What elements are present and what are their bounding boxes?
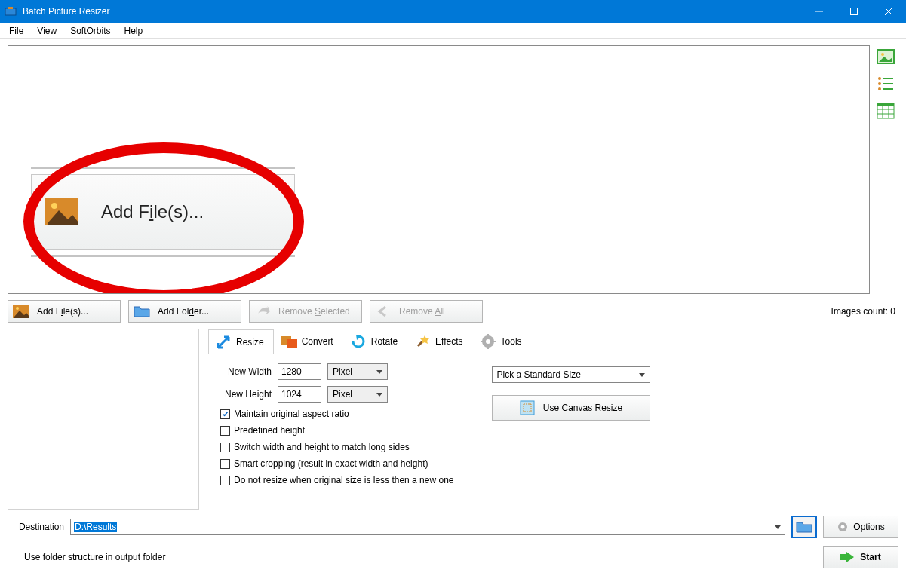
predefined-height-checkbox[interactable]	[220, 426, 230, 436]
close-button[interactable]	[871, 0, 906, 23]
maximize-button[interactable]	[837, 0, 871, 23]
checkbox-label: Switch width and height to match long si…	[234, 442, 410, 452]
canvas-resize-button[interactable]: Use Canvas Resize	[492, 395, 650, 421]
width-label: New Width	[219, 366, 272, 377]
settings-tabs: Resize Convert Rotate Effects Tools	[208, 329, 898, 354]
add-folder-button[interactable]: Add Folder...	[128, 300, 241, 323]
view-details-icon[interactable]	[876, 101, 895, 121]
svg-point-16	[878, 87, 881, 90]
canvas-icon	[519, 400, 536, 416]
svg-point-10	[881, 53, 884, 56]
standard-size-select[interactable]: Pick a Standard Size	[492, 366, 650, 383]
effects-icon	[414, 333, 431, 350]
chevron-down-icon	[639, 373, 645, 377]
svg-point-32	[486, 339, 490, 344]
preview-panel	[8, 329, 199, 510]
svg-rect-28	[287, 339, 297, 348]
tab-tools[interactable]: Tools	[473, 329, 532, 354]
resize-icon	[215, 334, 232, 351]
callout-highlight	[23, 142, 304, 294]
chevron-down-icon	[376, 370, 382, 374]
svg-rect-34	[487, 346, 489, 349]
svg-point-40	[841, 525, 845, 529]
view-mode-icons	[876, 45, 898, 294]
browse-folder-button[interactable]	[791, 516, 817, 538]
svg-rect-36	[493, 341, 496, 342]
svg-rect-13	[883, 78, 893, 79]
tab-effects[interactable]: Effects	[407, 329, 472, 354]
switch-wh-checkbox[interactable]	[220, 443, 230, 452]
remove-all-icon	[375, 305, 392, 318]
add-files-button[interactable]: Add File(s)...	[8, 300, 121, 323]
convert-icon	[281, 333, 297, 350]
width-input[interactable]	[278, 363, 321, 380]
image-icon	[13, 305, 29, 318]
menu-view[interactable]: View	[31, 24, 63, 38]
tab-resize[interactable]: Resize	[208, 329, 274, 354]
checkbox-label: Predefined height	[234, 425, 305, 436]
tab-convert[interactable]: Convert	[274, 329, 343, 354]
remove-selected-button[interactable]: Remove Selected	[249, 300, 362, 323]
image-list-canvas[interactable]: Add File(s)...	[8, 45, 870, 294]
chevron-down-icon[interactable]	[771, 525, 785, 529]
checkbox-label: Do not resize when original size is less…	[234, 475, 454, 485]
height-label: New Height	[219, 389, 272, 400]
menu-softorbits[interactable]: SoftOrbits	[64, 24, 116, 38]
checkbox-label: Smart cropping (result in exact width an…	[234, 458, 428, 469]
button-label: Remove All	[399, 306, 445, 317]
start-button[interactable]: Start	[823, 546, 898, 568]
options-button[interactable]: Options	[823, 516, 898, 538]
button-label: Remove Selected	[278, 306, 350, 317]
folder-icon	[134, 305, 150, 318]
svg-marker-41	[840, 552, 854, 562]
svg-rect-1	[8, 7, 13, 9]
chevron-down-icon	[376, 393, 382, 397]
rotate-icon	[350, 333, 367, 350]
svg-rect-35	[481, 341, 484, 342]
window-controls	[802, 0, 906, 23]
button-label: Add File(s)...	[37, 306, 88, 317]
svg-point-14	[878, 82, 881, 85]
destination-value: D:\Results	[74, 522, 117, 532]
tab-rotate[interactable]: Rotate	[343, 329, 407, 354]
smart-crop-checkbox[interactable]	[220, 459, 230, 469]
view-thumbnails-icon[interactable]	[876, 47, 895, 66]
menubar: File View SoftOrbits Help	[0, 23, 906, 39]
remove-all-button[interactable]: Remove All	[370, 300, 483, 323]
svg-point-25	[16, 307, 19, 310]
destination-combobox[interactable]: D:\Results	[70, 519, 785, 535]
images-count-label: Images count: 0	[831, 306, 895, 317]
checkbox-label: Maintain original aspect ratio	[234, 409, 349, 419]
width-unit-select[interactable]: Pixel	[327, 363, 388, 380]
svg-rect-37	[521, 401, 534, 415]
svg-point-12	[878, 77, 881, 80]
svg-rect-33	[487, 334, 489, 337]
svg-rect-3	[851, 8, 858, 15]
view-list-icon[interactable]	[876, 74, 895, 93]
svg-rect-15	[883, 83, 893, 84]
remove-icon	[254, 305, 271, 318]
svg-rect-17	[883, 88, 893, 90]
menu-file[interactable]: File	[3, 24, 29, 38]
resize-panel: New Width Pixel New Height Pixel ✔Mainta…	[208, 354, 898, 490]
menu-help[interactable]: Help	[118, 24, 149, 38]
folder-structure-checkbox[interactable]	[11, 553, 20, 562]
no-resize-checkbox[interactable]	[220, 476, 230, 485]
svg-rect-18	[877, 103, 894, 106]
height-input[interactable]	[278, 386, 321, 403]
tools-icon	[480, 333, 496, 350]
minimize-button[interactable]	[802, 0, 837, 23]
svg-rect-0	[5, 8, 16, 15]
play-icon	[840, 552, 854, 562]
gear-icon	[837, 521, 849, 533]
app-icon	[5, 5, 17, 17]
destination-label: Destination	[8, 522, 64, 532]
aspect-checkbox[interactable]: ✔	[220, 409, 230, 419]
height-unit-select[interactable]: Pixel	[327, 386, 388, 403]
checkbox-label: Use folder structure in output folder	[24, 552, 165, 562]
button-label: Add Folder...	[158, 306, 209, 317]
window-title: Batch Picture Resizer	[23, 6, 802, 17]
titlebar: Batch Picture Resizer	[0, 0, 906, 23]
